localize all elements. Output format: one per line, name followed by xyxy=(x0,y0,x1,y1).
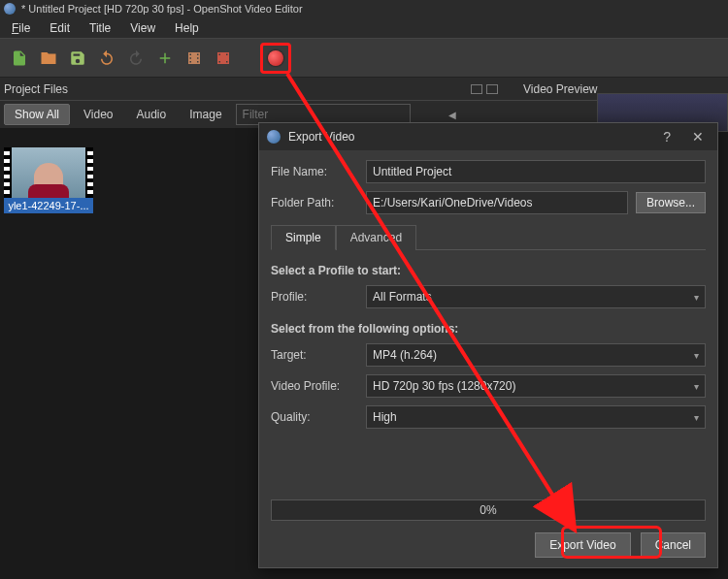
dialog-titlebar: Export Video ? ✕ xyxy=(259,123,717,150)
menu-help[interactable]: Help xyxy=(165,19,209,37)
quality-dropdown[interactable]: High ▾ xyxy=(366,405,706,429)
pane-collapse-icon[interactable]: ◀ xyxy=(448,110,456,120)
dialog-app-icon xyxy=(267,130,281,144)
tab-simple[interactable]: Simple xyxy=(271,225,336,250)
section-options-header: Select from the following options: xyxy=(271,322,706,336)
folder-path-label: Folder Path: xyxy=(271,196,366,209)
profile-label: Profile: xyxy=(271,290,366,304)
new-project-icon[interactable] xyxy=(10,48,29,68)
redo-icon[interactable] xyxy=(126,48,146,68)
menu-view[interactable]: View xyxy=(120,19,165,37)
cancel-button[interactable]: Cancel xyxy=(641,532,706,558)
import-files-icon[interactable] xyxy=(155,48,175,68)
video-profile-dropdown[interactable]: HD 720p 30 fps (1280x720) ▾ xyxy=(366,374,706,398)
file-name-label: File Name: xyxy=(271,165,366,178)
pane-window-controls[interactable] xyxy=(471,84,498,94)
menu-file[interactable]: File xyxy=(2,19,40,37)
filter-image-tab[interactable]: Image xyxy=(180,105,231,124)
export-video-dialog: Export Video ? ✕ File Name: Folder Path:… xyxy=(258,122,718,568)
quality-value: High xyxy=(373,410,397,424)
menu-edit[interactable]: Edit xyxy=(40,19,80,37)
video-profile-value: HD 720p 30 fps (1280x720) xyxy=(373,379,515,393)
export-video-toolbar-button[interactable] xyxy=(266,48,285,68)
thumbnail-image xyxy=(4,147,93,198)
choose-profile-icon[interactable] xyxy=(184,48,204,68)
export-progress-bar: 0% xyxy=(271,499,706,521)
app-logo-icon xyxy=(4,3,16,15)
save-project-icon[interactable] xyxy=(68,48,87,68)
video-preview-pane-header: Video Preview xyxy=(510,82,598,96)
dialog-close-icon[interactable]: ✕ xyxy=(686,129,710,145)
fullscreen-icon[interactable] xyxy=(214,48,233,68)
tab-advanced[interactable]: Advanced xyxy=(336,225,416,250)
browse-button[interactable]: Browse... xyxy=(636,192,706,213)
target-dropdown[interactable]: MP4 (h.264) ▾ xyxy=(366,343,706,367)
profile-dropdown[interactable]: All Formats ▾ xyxy=(366,285,706,308)
chevron-down-icon: ▾ xyxy=(694,412,699,423)
menu-title[interactable]: Title xyxy=(80,19,120,37)
window-title: * Untitled Project [HD 720p 30 fps] - Op… xyxy=(21,3,303,15)
dialog-title: Export Video xyxy=(288,130,355,144)
target-label: Target: xyxy=(271,348,366,362)
progress-text: 0% xyxy=(480,503,496,517)
chevron-down-icon: ▾ xyxy=(694,381,699,392)
undo-icon[interactable] xyxy=(97,48,116,68)
export-video-button[interactable]: Export Video xyxy=(535,532,631,558)
window-titlebar: * Untitled Project [HD 720p 30 fps] - Op… xyxy=(0,0,728,17)
folder-path-input[interactable] xyxy=(366,191,628,214)
thumbnail-caption: yle1-42249-17-... xyxy=(4,198,93,213)
chevron-down-icon: ▾ xyxy=(694,350,699,361)
target-value: MP4 (h.264) xyxy=(373,348,437,362)
filter-audio-tab[interactable]: Audio xyxy=(127,105,177,124)
quality-label: Quality: xyxy=(271,410,366,424)
chevron-down-icon: ▾ xyxy=(694,292,699,303)
dialog-help-icon[interactable]: ? xyxy=(655,129,678,145)
media-thumbnail[interactable]: yle1-42249-17-... xyxy=(4,147,93,213)
record-icon xyxy=(268,50,283,66)
show-all-button[interactable]: Show All xyxy=(4,104,70,125)
profile-value: All Formats xyxy=(373,290,432,304)
menubar: File Edit Title View Help xyxy=(0,17,728,39)
section-profile-header: Select a Profile to start: xyxy=(271,264,706,277)
video-profile-label: Video Profile: xyxy=(271,379,366,393)
export-tabs: Simple Advanced xyxy=(271,224,706,250)
main-toolbar xyxy=(0,39,728,78)
file-name-input[interactable] xyxy=(366,160,706,183)
open-project-icon[interactable] xyxy=(39,48,58,68)
project-files-pane-header: Project Files xyxy=(0,82,510,96)
filter-video-tab[interactable]: Video xyxy=(74,105,122,124)
